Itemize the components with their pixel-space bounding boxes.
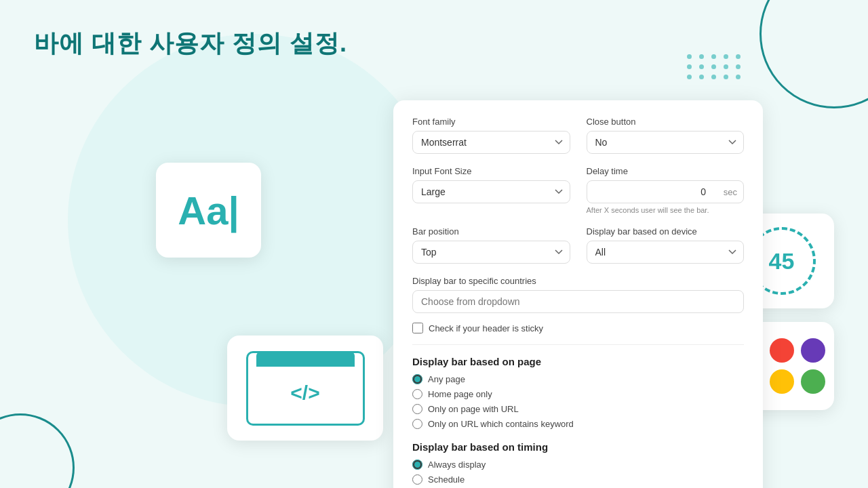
bg-circle-bottom-left <box>0 413 75 488</box>
page-radio-url_keyword[interactable] <box>412 419 422 429</box>
sticky-header-row: Check if your header is sticky <box>412 323 744 333</box>
bar-position-label: Bar position <box>412 226 570 237</box>
input-font-size-field: Input Font Size Small Medium Large <box>412 166 570 214</box>
code-tag-icon: </> <box>290 382 319 405</box>
sticky-header-label: Check if your header is sticky <box>429 323 543 333</box>
display-bar-page-title: Display bar based on page <box>412 356 744 367</box>
dots-grid <box>687 54 743 79</box>
timing-radio-row: Always display <box>412 460 744 470</box>
delay-wrapper: sec <box>587 180 745 203</box>
delay-time-input[interactable] <box>587 180 745 203</box>
sticky-header-checkbox[interactable] <box>412 323 423 333</box>
bar-position-select[interactable]: Top Bottom <box>412 241 570 264</box>
divider-1 <box>412 344 744 345</box>
display-bar-device-select[interactable]: All Desktop Mobile <box>587 241 745 264</box>
page-radio-label-any_page: Any page <box>428 374 465 384</box>
display-bar-countries-label: Display bar to specific countries <box>412 276 744 286</box>
font-card: Aa| <box>156 163 261 258</box>
font-card-text: Aa| <box>178 188 239 233</box>
input-font-size-label: Input Font Size <box>412 166 570 176</box>
font-family-label: Font family <box>412 117 570 127</box>
timing-radio-schedule[interactable] <box>412 474 422 485</box>
page-radio-row: Home page only <box>412 389 744 399</box>
close-button-label: Close button <box>587 117 745 127</box>
color-swatch <box>801 369 825 394</box>
display-bar-page-group: Any pageHome page onlyOnly on page with … <box>412 374 744 429</box>
input-font-size-select[interactable]: Small Medium Large <box>412 180 570 203</box>
display-bar-timing-title: Display bar based on timing <box>412 441 744 453</box>
code-card: </> <box>227 336 383 441</box>
page-radio-label-home_only: Home page only <box>428 389 492 399</box>
delay-time-label: Delay time <box>587 166 745 176</box>
timing-radio-row: Schedule <box>412 474 744 485</box>
display-bar-countries-input[interactable] <box>412 290 744 313</box>
display-bar-timing-group: Always displaySchedule <box>412 460 744 485</box>
delay-time-field: Delay time sec After X seconds user will… <box>587 166 745 214</box>
page-radio-label-url_keyword: Only on URL which contains keyword <box>428 419 574 429</box>
page-title: 바에 대한 사용자 정의 설정. <box>34 27 347 60</box>
page-radio-row: Only on page with URL <box>412 404 744 414</box>
display-bar-device-label: Display bar based on device <box>587 226 745 237</box>
display-bar-device-field: Display bar based on device All Desktop … <box>587 226 745 264</box>
display-bar-countries-field: Display bar to specific countries <box>412 276 744 313</box>
page-radio-row: Only on URL which contains keyword <box>412 419 744 429</box>
color-swatch <box>801 338 825 363</box>
page-radio-label-url_only: Only on page with URL <box>428 404 519 414</box>
timing-radio-label-schedule: Schedule <box>428 474 465 485</box>
sec-label: sec <box>724 187 737 197</box>
color-swatch <box>770 369 794 394</box>
settings-row-3: Bar position Top Bottom Display bar base… <box>412 226 744 264</box>
close-button-field: Close button No Yes <box>587 117 745 154</box>
settings-row-2: Input Font Size Small Medium Large Delay… <box>412 166 744 214</box>
timer-number: 45 <box>769 248 795 274</box>
color-swatch <box>770 338 794 363</box>
page-radio-home_only[interactable] <box>412 389 422 399</box>
settings-panel: Font family Montserrat Roboto Open Sans … <box>393 100 763 488</box>
bg-circle-top-right <box>760 0 868 108</box>
settings-row-1: Font family Montserrat Roboto Open Sans … <box>412 117 744 154</box>
page-radio-row: Any page <box>412 374 744 384</box>
code-card-inner: </> <box>246 351 365 426</box>
font-family-field: Font family Montserrat Roboto Open Sans … <box>412 117 570 154</box>
page-radio-any_page[interactable] <box>412 374 422 384</box>
font-family-select[interactable]: Montserrat Roboto Open Sans Lato <box>412 131 570 154</box>
timing-radio-always[interactable] <box>412 460 422 470</box>
delay-hint: After X seconds user will see the bar. <box>587 206 745 214</box>
bar-position-field: Bar position Top Bottom <box>412 226 570 264</box>
page-radio-url_only[interactable] <box>412 404 422 414</box>
close-button-select[interactable]: No Yes <box>587 131 745 154</box>
timing-radio-label-always: Always display <box>428 460 486 470</box>
